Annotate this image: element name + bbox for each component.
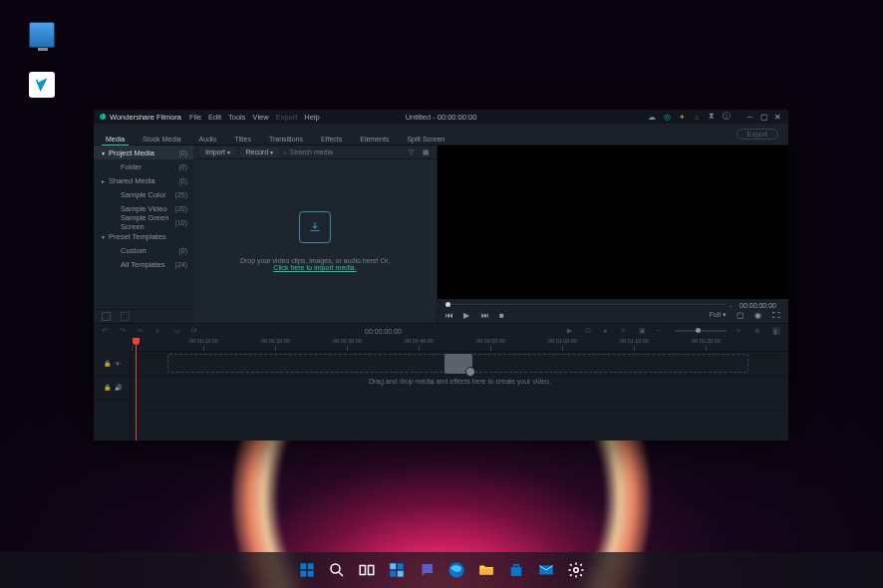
- new-folder-button[interactable]: [102, 312, 111, 321]
- playhead[interactable]: [136, 338, 137, 441]
- render-button[interactable]: ▣: [639, 327, 647, 335]
- tab-elements[interactable]: Elements: [352, 124, 397, 145]
- stock-icon: [157, 126, 166, 135]
- sidebar-item-all-templates[interactable]: All Templates(24): [94, 257, 193, 271]
- tab-split-screen[interactable]: Split Screen: [399, 124, 452, 145]
- track-header-video[interactable]: 🔒 👁: [94, 352, 131, 376]
- svg-rect-0: [300, 563, 306, 569]
- tab-stock-media[interactable]: Stock Media: [135, 124, 189, 145]
- menu-file[interactable]: File: [189, 113, 201, 122]
- track-video-1[interactable]: [132, 352, 788, 376]
- record-dropdown[interactable]: Record: [240, 147, 279, 156]
- export-button[interactable]: Export: [736, 129, 778, 140]
- filter-icon[interactable]: ▽: [409, 148, 417, 156]
- tab-transitions[interactable]: Transitions: [261, 124, 311, 145]
- lock-icon[interactable]: 🔒: [104, 384, 111, 391]
- sidebar-item-folder[interactable]: Folder(0): [94, 159, 193, 173]
- sidebar-item-shared-media[interactable]: ▸Shared Media(0): [94, 173, 193, 187]
- taskbar-edge[interactable]: [443, 557, 469, 583]
- menu-tools[interactable]: Tools: [228, 113, 246, 122]
- menu-export[interactable]: Export: [276, 113, 298, 122]
- sidebar-item-sample-color[interactable]: Sample Color(25): [94, 187, 193, 201]
- open-folder-button[interactable]: [121, 312, 130, 321]
- taskbar-search[interactable]: [324, 557, 350, 583]
- info-icon[interactable]: ⓘ: [723, 113, 731, 121]
- zoom-fit-button[interactable]: ⊕: [754, 327, 762, 335]
- play-button[interactable]: ▶: [463, 311, 471, 319]
- grid-view-icon[interactable]: ▦: [423, 148, 431, 156]
- prev-frame-button[interactable]: ⏮: [445, 311, 453, 319]
- import-dropdown[interactable]: Import: [199, 147, 236, 156]
- svg-rect-5: [360, 566, 365, 575]
- timeline-ruler[interactable]: 00:00:10:0000:00:20:0000:00:30:0000:00:4…: [132, 338, 788, 352]
- split-button[interactable]: ⎋: [155, 327, 163, 335]
- timeline-drop-zone[interactable]: [167, 354, 748, 373]
- menu-view[interactable]: View: [253, 113, 269, 122]
- lock-icon[interactable]: 🔒: [104, 360, 111, 367]
- sidebar-item-project-media[interactable]: ▾Project Media(0): [94, 146, 193, 159]
- zoom-out-button[interactable]: −: [657, 327, 665, 335]
- preview-panel: - 00:00:00:00 ⏮ ▶ ⏭ ■ Full ▾ ▢ ◉ ⛶: [438, 146, 788, 323]
- zoom-slider[interactable]: [675, 330, 727, 332]
- mic-icon[interactable]: ●: [603, 327, 611, 335]
- quality-dropdown[interactable]: Full ▾: [710, 311, 727, 319]
- svg-rect-1: [308, 563, 314, 569]
- svg-rect-9: [390, 571, 396, 577]
- tab-titles[interactable]: Titles: [227, 124, 259, 145]
- timeline-options-button[interactable]: ▮: [772, 327, 780, 335]
- cart-icon[interactable]: ⌂: [693, 113, 701, 121]
- taskbar-file-explorer[interactable]: [473, 557, 499, 583]
- snapshot-icon[interactable]: ◉: [754, 311, 762, 319]
- taskbar-store[interactable]: [503, 557, 529, 583]
- timeline-tracks[interactable]: 00:00:10:0000:00:20:0000:00:30:0000:00:4…: [132, 338, 788, 441]
- crop-button[interactable]: ▭: [173, 327, 181, 335]
- sidebar-item-sample-green-screen[interactable]: Sample Green Screen(10): [94, 215, 193, 229]
- desktop-shortcut-this-pc[interactable]: [22, 22, 62, 50]
- close-button[interactable]: ✕: [773, 113, 782, 122]
- visibility-icon[interactable]: 👁: [115, 361, 121, 367]
- delete-button[interactable]: ✂: [138, 327, 146, 335]
- speed-button[interactable]: ⟳: [191, 327, 199, 335]
- import-icon: [299, 211, 331, 243]
- taskbar-task-view[interactable]: [354, 557, 380, 583]
- search-input[interactable]: [290, 148, 350, 155]
- media-drop-area[interactable]: Drop your video clips, images, or audio …: [193, 159, 437, 323]
- taskbar-widgets[interactable]: [384, 557, 410, 583]
- titles-icon: [238, 126, 247, 135]
- stop-button[interactable]: ■: [499, 311, 507, 319]
- sidebar-item-custom[interactable]: Custom(0): [94, 243, 193, 257]
- tab-media[interactable]: Media: [98, 124, 133, 145]
- minimize-button[interactable]: ─: [745, 113, 754, 122]
- taskbar-settings[interactable]: [563, 557, 589, 583]
- user-icon[interactable]: ◎: [663, 113, 671, 121]
- maximize-button[interactable]: ▢: [759, 113, 768, 122]
- track-audio-1[interactable]: [132, 391, 788, 411]
- next-frame-button[interactable]: ⏭: [481, 311, 489, 319]
- cloud-icon[interactable]: ☁: [648, 113, 656, 121]
- tab-audio[interactable]: Audio: [191, 124, 225, 145]
- taskbar-mail[interactable]: [533, 557, 559, 583]
- marker-button[interactable]: ▶: [567, 327, 575, 335]
- audio-mixer-button[interactable]: ≡: [621, 327, 629, 335]
- star-icon[interactable]: ✦: [678, 113, 686, 121]
- track-header-audio[interactable]: 🔒 🔊: [94, 376, 131, 400]
- svg-rect-6: [369, 566, 374, 575]
- menu-edit[interactable]: Edit: [208, 113, 221, 122]
- display-toggle-icon[interactable]: ▢: [736, 311, 744, 319]
- media-sidebar: ▾Project Media(0)Folder(0)▸Shared Media(…: [94, 146, 193, 323]
- sidebar-item-preset-templates[interactable]: ▾Preset Templates: [94, 229, 193, 243]
- preview-viewport[interactable]: [438, 146, 788, 299]
- taskbar-start[interactable]: [294, 557, 320, 583]
- mute-icon[interactable]: 🔊: [115, 384, 122, 391]
- tab-effects[interactable]: Effects: [313, 124, 350, 145]
- menu-help[interactable]: Help: [304, 113, 319, 122]
- desktop-shortcut-recycle-bin[interactable]: [22, 72, 62, 100]
- taskbar-chat[interactable]: [414, 557, 440, 583]
- undo-button[interactable]: ↶: [102, 327, 110, 335]
- bell-icon[interactable]: ⧗: [708, 113, 716, 121]
- redo-button[interactable]: ↷: [120, 327, 128, 335]
- zoom-in-button[interactable]: +: [736, 327, 744, 335]
- import-link[interactable]: Click here to import media.: [273, 264, 356, 271]
- voiceover-button[interactable]: ⊡: [585, 327, 593, 335]
- fullscreen-icon[interactable]: ⛶: [772, 311, 780, 319]
